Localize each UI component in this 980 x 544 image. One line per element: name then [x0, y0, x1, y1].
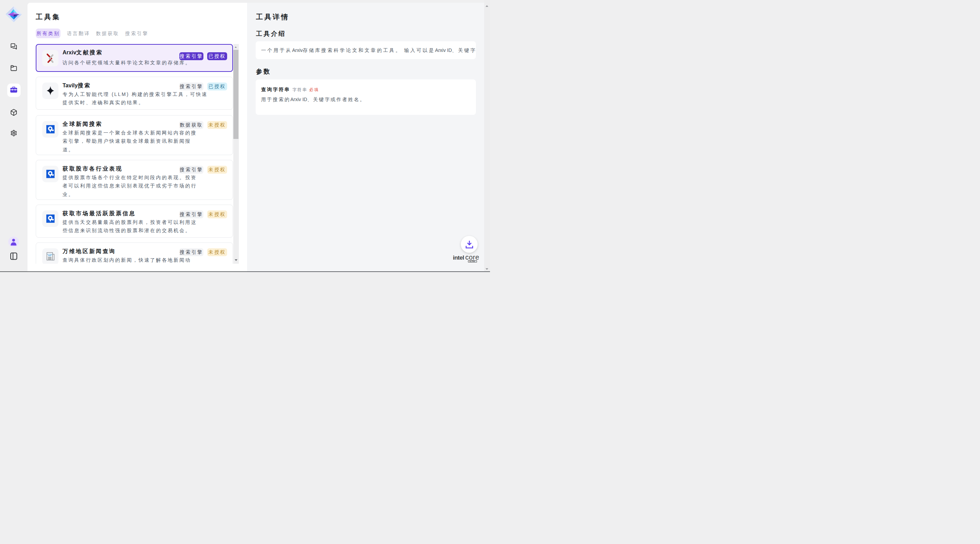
svg-text:NEW: NEW [48, 255, 51, 257]
